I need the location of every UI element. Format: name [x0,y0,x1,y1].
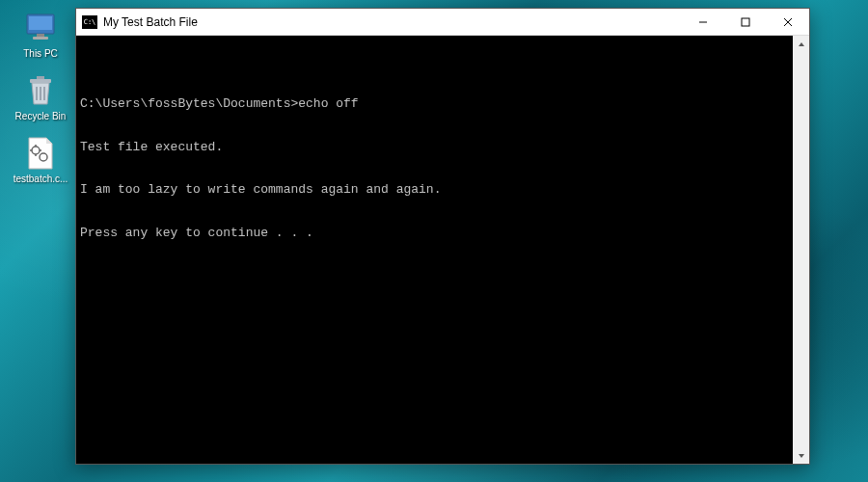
console-window: C:\ My Test Batch File C:\Users\fossByte… [75,8,810,465]
minimize-icon [698,17,708,27]
console-output[interactable]: C:\Users\fossBytes\Documents>echo off Te… [76,36,793,464]
recycle-bin-icon [22,72,59,109]
svg-rect-2 [37,34,44,37]
console-body: C:\Users\fossBytes\Documents>echo off Te… [76,36,809,464]
desktop-icon-label: testbatch.c... [14,174,68,184]
this-pc-icon [22,10,59,46]
console-line: Test file executed. [80,141,789,155]
window-titlebar[interactable]: C:\ My Test Batch File [76,9,809,36]
scroll-down-arrow-icon[interactable] [793,447,809,464]
desktop-icon-recycle-bin[interactable]: Recycle Bin [14,72,68,121]
scroll-up-arrow-icon[interactable] [793,36,809,52]
svg-rect-1 [29,16,52,30]
maximize-icon [741,17,750,27]
vertical-scrollbar[interactable] [793,36,809,464]
desktop-icon-this-pc[interactable]: This PC [14,10,68,59]
close-button[interactable] [767,9,809,35]
console-line: I am too lazy to write commands again an… [80,183,789,198]
cmd-icon: C:\ [82,15,97,29]
maximize-button[interactable] [724,9,767,35]
desktop-icons-area: This PC Recycle Bin testbatch.c [14,10,68,184]
console-line: Press any key to continue . . . [80,227,789,241]
desktop-icon-label: Recycle Bin [15,111,67,121]
svg-rect-4 [30,79,51,83]
svg-rect-12 [742,18,749,26]
batch-file-icon [22,135,59,172]
minimize-button[interactable] [682,9,724,35]
desktop-icon-testbatch[interactable]: testbatch.c... [14,135,68,184]
svg-rect-3 [33,37,48,40]
svg-rect-5 [37,76,44,79]
close-icon [783,17,793,27]
console-line: C:\Users\fossBytes\Documents>echo off [80,97,789,112]
desktop-icon-label: This PC [23,48,58,59]
window-title: My Test Batch File [103,15,682,29]
window-controls [682,9,809,35]
